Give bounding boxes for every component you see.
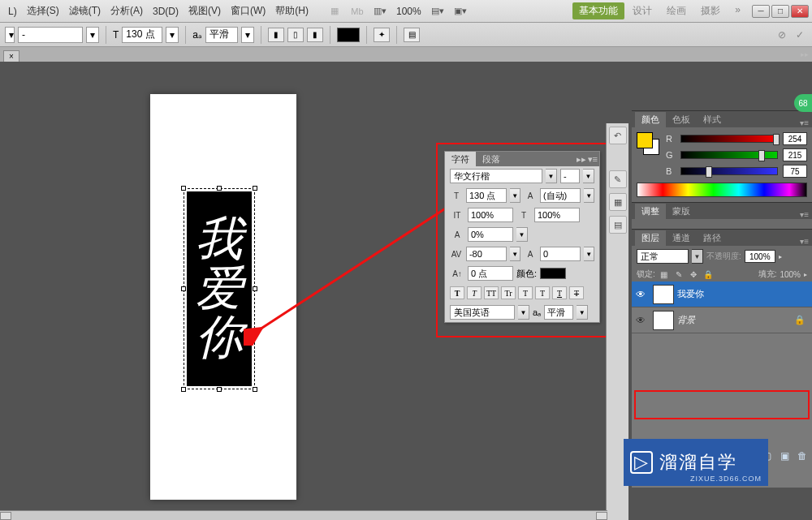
handle-tc[interactable] [217,186,222,191]
panel-menu-icon[interactable]: ▾≡ [588,154,598,165]
layer-name[interactable]: 我爱你 [677,288,704,300]
history-panel-icon[interactable]: ↶ [609,127,627,144]
visibility-toggle-icon[interactable]: 👁 [632,315,650,326]
panel-menu-icon[interactable]: ▾≡ [800,118,812,127]
scroll-right-icon[interactable] [596,512,607,520]
r-slider[interactable] [680,135,778,143]
handle-ml[interactable] [181,286,186,291]
handle-tl[interactable] [181,186,186,191]
arrange-docs-icon[interactable]: ▤▾ [428,3,447,19]
opacity-dd-icon[interactable]: ▸ [779,253,782,260]
font-family-select[interactable]: - [18,27,83,43]
kerning-dd-icon[interactable]: ▼ [516,227,528,242]
aa-select[interactable]: 平滑 [205,27,238,43]
lock-position-icon[interactable]: ✥ [688,269,699,280]
menu-select[interactable]: 选择(S) [22,4,64,18]
workspace-photo[interactable]: 摄影 [694,2,727,19]
font-size-field[interactable]: 130 点 [466,188,508,203]
horizontal-scrollbar[interactable] [0,510,607,520]
panel-menu-icon[interactable]: ▾≡ [800,210,812,219]
b-value[interactable]: 75 [783,165,807,178]
brush-presets-icon[interactable]: ▤ [609,216,627,234]
font-family-dd-icon[interactable]: ▼ [546,169,557,183]
blend-mode-select[interactable]: 正常 [637,249,689,264]
blend-mode-dd-icon[interactable]: ▼ [692,249,703,264]
font-style-dd-icon[interactable]: ▼ [583,169,594,183]
align-center-icon[interactable]: ▯ [287,28,304,42]
menu-help[interactable]: 帮助(H) [270,4,313,18]
doc-close-icon[interactable]: × [9,52,14,61]
tab-channels[interactable]: 通道 [666,230,697,246]
text-color-swatch[interactable] [337,28,360,42]
align-top-icon[interactable]: ▮ [268,28,284,42]
layer-thumbnail[interactable] [653,311,674,330]
char-panel-toggle-icon[interactable]: ▤ [404,28,420,42]
scroll-left-icon[interactable] [0,512,11,520]
tsume-dd-icon[interactable]: ▼ [584,247,594,261]
panel-collapse-icon[interactable]: ▸▸ [577,154,586,165]
faux-bold-button[interactable]: T [450,286,464,299]
bridge-icon[interactable]: ▦ [325,3,344,19]
canvas[interactable]: 我 爱 你 [150,94,296,500]
zoom-level[interactable]: 100% [391,6,426,17]
minimize-button[interactable]: ─ [752,5,770,18]
b-slider[interactable] [680,167,778,175]
leading-dd-icon[interactable]: ▼ [584,188,594,203]
handle-bl[interactable] [181,387,186,392]
underline-button[interactable]: T [552,286,567,299]
menu-view[interactable]: 视图(V) [184,4,226,18]
tab-paths[interactable]: 路径 [697,230,728,246]
new-layer-icon[interactable]: ▣ [778,450,791,462]
tab-layers[interactable]: 图层 [635,230,666,246]
tab-color[interactable]: 颜色 [635,112,666,127]
maximize-button[interactable]: □ [771,5,789,18]
commit-icon[interactable]: ✓ [793,28,807,42]
handle-bc[interactable] [217,387,222,392]
hscale-field[interactable]: 100% [534,208,580,222]
fill-field[interactable]: 100% [780,270,801,279]
g-value[interactable]: 215 [783,148,807,161]
subscript-button[interactable]: T [535,286,550,299]
font-size-field[interactable]: 130 点 [122,27,162,43]
layer-row[interactable]: 👁 背景 🔒 [632,307,812,333]
document-tab[interactable]: × [3,50,19,62]
close-button[interactable]: ✕ [791,5,809,18]
workspace-paint[interactable]: 绘画 [660,2,693,19]
aa-field[interactable]: 平滑 [544,305,573,320]
workspace-basic[interactable]: 基本功能 [572,2,624,19]
smallcaps-button[interactable]: Tr [501,286,516,299]
menu-3d[interactable]: 3D(D) [148,6,184,17]
mini-bridge-icon[interactable]: Mb [348,3,367,19]
font-style-field[interactable]: - [560,169,580,183]
workspace-more[interactable]: » [728,2,747,19]
menu-window[interactable]: 窗口(W) [226,4,270,18]
tab-styles[interactable]: 样式 [697,112,728,127]
panel-collapse-icon[interactable]: ▸▸ [801,50,809,58]
font-size-dd[interactable]: ▾ [166,27,179,43]
kerning-field[interactable]: 0% [468,227,513,242]
font-family-field[interactable]: 华文行楷 [450,169,542,183]
allcaps-button[interactable]: TT [484,286,499,299]
opacity-field[interactable]: 100% [745,250,775,263]
tab-paragraph[interactable]: 段落 [476,152,507,167]
layer-row[interactable]: 👁 T 我爱你 [632,281,812,307]
scroll-track[interactable] [11,512,596,520]
fill-dd-icon[interactable]: ▸ [804,271,807,278]
screen-mode-icon[interactable]: ▣▾ [451,3,470,19]
visibility-toggle-icon[interactable]: 👁 [632,289,650,300]
handle-br[interactable] [253,387,257,392]
baseline-field[interactable]: 0 点 [468,266,513,281]
vscale-field[interactable]: 100% [468,208,513,222]
workspace-design[interactable]: 设计 [626,2,659,19]
align-bottom-icon[interactable]: ▮ [307,28,323,42]
leading-field[interactable]: (自动) [540,188,581,203]
tool-preset[interactable]: ▾ [5,27,15,43]
color-spectrum[interactable] [637,183,807,197]
aa-dd-icon[interactable]: ▼ [577,305,588,320]
handle-tr[interactable] [253,186,257,191]
language-field[interactable]: 美国英语 [450,305,515,320]
menu-filter[interactable]: 滤镜(T) [64,4,106,18]
transform-bounds[interactable] [184,188,255,389]
tab-character[interactable]: 字符 [445,152,476,167]
brush-panel-icon[interactable]: ✎ [609,170,627,188]
